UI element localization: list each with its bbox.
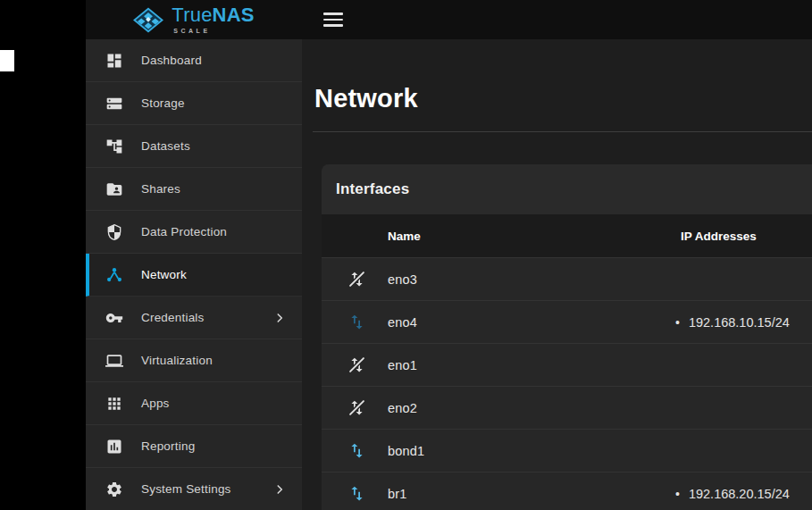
interface-ip: 192.168.20.15/24 [689, 487, 790, 501]
interface-name: br1 [388, 487, 672, 501]
brand-name: TrueNAS [172, 5, 254, 25]
network-nodes-icon [105, 266, 123, 284]
apps-grid-icon [105, 395, 123, 413]
interface-ip-cell: • 192.168.10.15/24 [672, 315, 812, 330]
sidebar-item-network[interactable]: Network [86, 254, 302, 297]
table-row-eno3[interactable]: eno3 [322, 257, 812, 300]
sidebar-item-label: Virtualization [141, 354, 213, 367]
sidebar-item-system-settings[interactable]: System Settings [86, 468, 302, 510]
truenas-logo[interactable]: TrueNAS SCALE [86, 5, 302, 34]
bar-chart-icon [105, 438, 123, 456]
column-header-ip-addresses: IP Addresses [672, 230, 812, 243]
interface-ip-cell: • 192.168.20.15/24 [672, 487, 812, 501]
main-content: Network Interfaces Name IP Addresses [302, 39, 812, 510]
sidebar-item-label: Data Protection [141, 225, 227, 238]
brand-name-true: True [172, 4, 212, 26]
interface-name: eno4 [388, 315, 672, 330]
interface-down-icon [322, 270, 388, 288]
interface-down-icon [322, 355, 388, 374]
interface-name: eno2 [388, 401, 672, 415]
storage-icon [105, 95, 123, 113]
sidebar-item-label: Dashboard [141, 54, 202, 67]
title-divider [313, 131, 812, 132]
top-bar: TrueNAS SCALE [86, 0, 812, 39]
brand-subtitle: SCALE [173, 28, 254, 34]
datasets-tree-icon [105, 138, 123, 155]
sidebar-item-label: Reporting [141, 439, 195, 453]
sidebar-item-datasets[interactable]: Datasets [86, 125, 302, 168]
interface-up-icon [322, 313, 388, 331]
sidebar-item-label: Storage [141, 96, 185, 110]
sidebar-item-credentials[interactable]: Credentials [86, 297, 302, 339]
laptop-icon [105, 352, 123, 370]
sidebar-item-label: System Settings [141, 482, 231, 496]
interface-name: eno3 [388, 272, 672, 287]
interface-name: bond1 [388, 444, 672, 458]
truenas-logo-icon [133, 7, 163, 33]
column-header-name: Name [388, 230, 672, 243]
interface-up-icon [322, 441, 388, 460]
desktop-strip [0, 0, 86, 510]
interface-down-icon [322, 398, 388, 417]
ip-bullet: • [675, 315, 680, 330]
interfaces-card-header: Interfaces [322, 164, 812, 214]
truenas-app-window: TrueNAS SCALE Dashboard [86, 0, 812, 510]
chevron-right-icon [273, 312, 286, 324]
sidebar-item-shares[interactable]: Shares [86, 168, 302, 211]
dashboard-icon [105, 52, 123, 70]
chevron-right-icon [273, 483, 286, 496]
sidebar-item-label: Shares [141, 182, 180, 196]
shared-folder-icon [105, 180, 123, 198]
gear-icon [105, 481, 123, 498]
sidebar-item-reporting[interactable]: Reporting [86, 425, 302, 468]
key-icon [105, 309, 123, 327]
sidebar-item-dashboard[interactable]: Dashboard [86, 39, 302, 82]
table-row-br1[interactable]: br1 • 192.168.20.15/24 [322, 472, 812, 510]
sidebar-item-apps[interactable]: Apps [86, 382, 302, 425]
sidebar-item-storage[interactable]: Storage [86, 82, 302, 125]
brand-text: TrueNAS SCALE [172, 5, 254, 34]
sidebar-item-label: Apps [141, 397, 170, 410]
interfaces-table-header: Name IP Addresses [322, 214, 812, 257]
sidebar-nav: Dashboard Storage [86, 39, 302, 510]
screen: TrueNAS SCALE Dashboard [0, 0, 812, 510]
sidebar-item-virtualization[interactable]: Virtualization [86, 339, 302, 382]
page-title: Network [314, 84, 812, 113]
brand-name-nas: NAS [213, 4, 255, 26]
shield-icon [105, 223, 123, 241]
hamburger-menu-icon[interactable] [323, 13, 343, 27]
interfaces-card: Interfaces Name IP Addresses [322, 164, 812, 510]
ip-bullet: • [675, 487, 680, 501]
table-row-eno1[interactable]: eno1 [322, 343, 812, 386]
desktop-white-mark [0, 50, 14, 71]
sidebar-item-data-protection[interactable]: Data Protection [86, 211, 302, 254]
interface-name: eno1 [388, 358, 672, 372]
table-row-eno4[interactable]: eno4 • 192.168.10.15/24 [322, 300, 812, 343]
interfaces-card-title: Interfaces [336, 180, 409, 198]
sidebar-item-label: Credentials [141, 311, 205, 324]
interface-ip: 192.168.10.15/24 [689, 315, 790, 330]
sidebar-item-label: Datasets [141, 139, 190, 153]
sidebar-item-label: Network [141, 268, 187, 281]
table-row-bond1[interactable]: bond1 [322, 429, 812, 472]
table-row-eno2[interactable]: eno2 [322, 386, 812, 429]
interface-up-icon [322, 484, 388, 503]
